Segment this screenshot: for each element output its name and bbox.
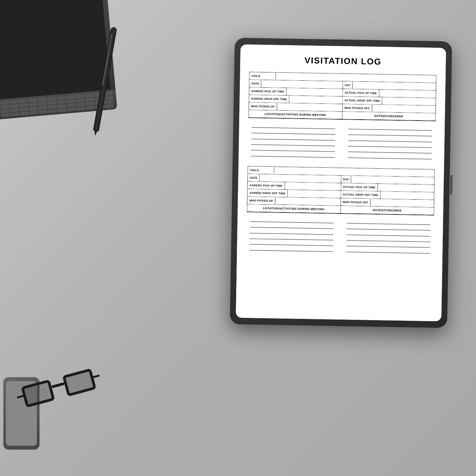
line <box>346 252 430 253</box>
line <box>347 235 430 236</box>
line <box>349 129 432 131</box>
tablet-button <box>450 175 452 195</box>
form-section-2: CHILD DATE DAY A <box>247 166 434 215</box>
agreed-pickup-value-1 <box>286 88 342 96</box>
notes-header-2: NOTES/CONCERNS <box>341 206 434 215</box>
laptop-screen <box>0 0 111 101</box>
line <box>251 144 335 146</box>
actual-pickup-label-2: ACTUAL PICK UP TIME <box>341 183 378 191</box>
date-value-1 <box>261 80 343 89</box>
actual-dropoff-label-1: ACTUAL DROP OFF TIME <box>343 97 382 104</box>
location-header-2: LOCATION/ACTIVITIES DURING MEETING <box>247 204 341 213</box>
actual-pickup-label-1: ACTUAL PICK UP TIME <box>343 89 379 97</box>
who-picked-off-value-1 <box>372 105 435 113</box>
line <box>251 156 335 157</box>
line <box>250 221 334 223</box>
child-label-2: CHILD <box>248 166 274 174</box>
date-value-2 <box>260 174 341 183</box>
lines-col-left-1 <box>248 122 342 163</box>
line <box>348 152 432 154</box>
day-value-2 <box>351 176 434 184</box>
line <box>348 140 432 142</box>
date-label-2: DATE <box>248 174 260 182</box>
glasses-bridge <box>51 382 65 388</box>
line <box>251 150 335 152</box>
line <box>250 244 333 246</box>
lines-area-1 <box>248 122 435 165</box>
line <box>347 229 431 231</box>
line <box>250 227 334 229</box>
agreed-dropoff-label-2: AGREED DROP OFF TIME <box>247 189 288 197</box>
lines-col-right-2 <box>340 218 434 259</box>
line <box>250 238 333 240</box>
actual-pickup-value-2 <box>378 184 434 192</box>
day-label-1: DAY <box>343 81 353 89</box>
line <box>348 157 432 159</box>
agreed-dropoff-label-1: AGREED DROP OFF TIME <box>249 95 289 103</box>
line <box>348 146 432 148</box>
glasses-frame-right <box>62 368 97 397</box>
line <box>347 223 431 225</box>
agreed-pickup-label-2: AGREED PICK UP TIME <box>248 182 285 189</box>
agreed-dropoff-value-2 <box>288 190 341 198</box>
who-picked-up-value-2 <box>275 197 341 206</box>
document: VISITATION LOG CHILD DATE DAY <box>236 44 446 322</box>
line <box>252 133 335 135</box>
tablet: VISITATION LOG CHILD DATE DAY <box>230 38 452 328</box>
actual-dropoff-value-1 <box>382 97 435 105</box>
line <box>249 250 333 252</box>
tablet-screen: VISITATION LOG CHILD DATE DAY <box>236 44 446 322</box>
agreed-pickup-label-1: AGREED PICK UP TIME <box>249 87 287 95</box>
who-picked-up-label-1: WHO PICKED UP <box>249 102 277 110</box>
actual-pickup-value-1 <box>379 90 436 98</box>
agreed-dropoff-value-1 <box>289 96 342 104</box>
glasses-frame-left <box>21 379 55 408</box>
who-picked-off-value-2 <box>371 199 434 207</box>
child-label-1: CHILD <box>249 72 276 80</box>
document-title: VISITATION LOG <box>249 54 436 68</box>
who-picked-up-label-2: WHO PICKED UP <box>247 197 275 204</box>
lines-col-right-1 <box>341 124 435 165</box>
form-section-1: CHILD DATE DAY A <box>248 72 436 121</box>
date-label-1: DATE <box>249 80 262 87</box>
line <box>347 240 430 242</box>
actual-dropoff-label-2: ACTUAL DROP OFF TIME <box>341 191 381 199</box>
who-picked-off-label-2: WHO PICKED OFF <box>341 198 371 206</box>
line <box>252 127 335 129</box>
actual-dropoff-value-2 <box>380 191 434 200</box>
line <box>250 233 333 235</box>
who-picked-up-value-1 <box>277 103 342 111</box>
lines-col-left-2 <box>246 216 340 257</box>
line <box>347 246 430 248</box>
day-value-1 <box>353 82 436 90</box>
agreed-pickup-value-2 <box>285 182 341 190</box>
notes-header-1: NOTES/CONCERNS <box>342 112 435 121</box>
day-label-2: DAY <box>341 176 351 183</box>
location-header-1: LOCATION/ACTIVITIES DURING MEETING <box>249 110 342 119</box>
line <box>349 135 432 136</box>
lines-area-2 <box>246 216 434 259</box>
line <box>251 139 335 140</box>
who-picked-off-label-1: WHO PICKED OFF <box>342 104 372 112</box>
